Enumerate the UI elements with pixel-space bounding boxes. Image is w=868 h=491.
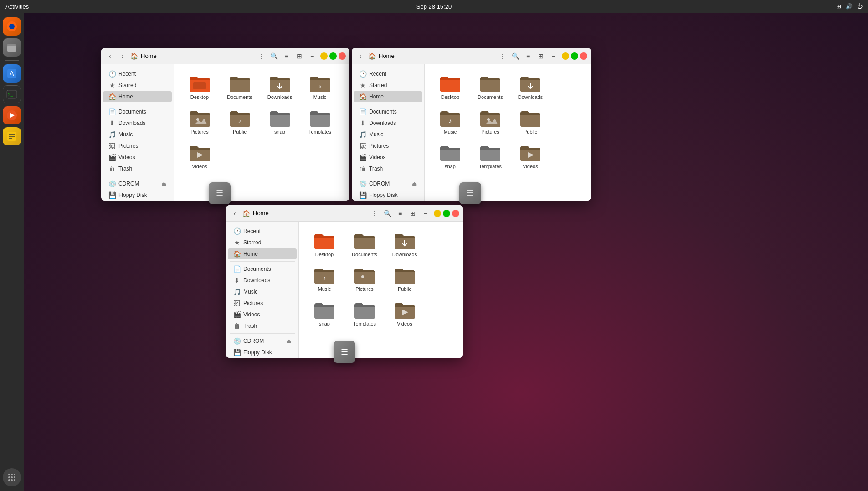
sidebar-item-cdrom-3[interactable]: 💿 CDROM ⏏ (228, 336, 297, 346)
sidebar-item-floppy-3[interactable]: 💾 Floppy Disk (228, 347, 297, 358)
back-button-1[interactable]: ‹ (105, 51, 115, 61)
folder-pictures-3[interactable]: Pictures (346, 264, 383, 295)
sidebar-item-downloads-1[interactable]: ⬇ Downloads (103, 118, 172, 129)
eject-icon-2[interactable]: ⏏ (412, 181, 417, 187)
folder-pictures-2[interactable]: Pictures (472, 106, 508, 137)
sidebar-item-trash-3[interactable]: 🗑 Trash (228, 320, 297, 331)
close-button-3[interactable] (452, 210, 459, 217)
taskbar-icon-3[interactable] (334, 341, 355, 363)
dock-item-notes[interactable] (3, 127, 21, 145)
maximize-button-2[interactable] (571, 52, 578, 60)
folder-snap-1[interactable]: snap (262, 106, 298, 137)
folder-documents-3[interactable]: Documents (346, 229, 383, 260)
sidebar-item-floppy-1[interactable]: 💾 Floppy Disk (103, 190, 172, 201)
folder-templates-1[interactable]: Templates (302, 106, 338, 137)
menu-button-3[interactable]: ⋮ (369, 208, 380, 219)
folder-public-1[interactable]: ↗ Public (221, 106, 258, 137)
view-list-button-1[interactable]: ≡ (281, 51, 292, 62)
folder-desktop-3[interactable]: Desktop (306, 229, 343, 260)
sidebar-item-pictures-1[interactable]: 🖼 Pictures (103, 140, 172, 151)
folder-templates-2[interactable]: Templates (472, 141, 508, 172)
activities-label[interactable]: Activities (5, 3, 29, 10)
dock-item-rhythmbox[interactable] (3, 106, 21, 124)
folder-music-3[interactable]: ♪ Music (306, 264, 343, 295)
sidebar-item-floppy-2[interactable]: 💾 Floppy Disk (354, 190, 422, 201)
menu-button-1[interactable]: ⋮ (256, 51, 267, 62)
dock-item-firefox[interactable] (3, 17, 21, 36)
back-button-3[interactable]: ‹ (230, 208, 240, 218)
maximize-button-1[interactable] (329, 52, 337, 60)
sidebar-item-home-1[interactable]: 🏠 Home (103, 91, 172, 102)
folder-music-2[interactable]: ♪ Music (432, 106, 468, 137)
sidebar-item-cdrom-1[interactable]: 💿 CDROM ⏏ (103, 178, 172, 189)
folder-snap-2[interactable]: snap (432, 141, 468, 172)
show-applications-button[interactable] (3, 468, 21, 486)
sidebar-item-recent-3[interactable]: 🕐 Recent (228, 226, 297, 237)
folder-downloads-3[interactable]: Downloads (386, 229, 423, 260)
sidebar-item-home-2[interactable]: 🏠 Home (354, 91, 422, 102)
sidebar-item-videos-2[interactable]: 🎬 Videos (354, 152, 422, 163)
folder-documents-1[interactable]: Documents (221, 72, 258, 103)
sidebar-item-pictures-2[interactable]: 🖼 Pictures (354, 140, 422, 151)
dock-item-files[interactable] (3, 38, 21, 57)
eject-icon-3[interactable]: ⏏ (286, 338, 291, 344)
minimize-button-1[interactable] (320, 52, 328, 60)
sidebar-item-documents-1[interactable]: 📄 Documents (103, 106, 172, 117)
folder-public-3[interactable]: Public (386, 264, 423, 295)
forward-button-1[interactable]: › (118, 51, 128, 61)
sidebar-item-videos-3[interactable]: 🎬 Videos (228, 309, 297, 320)
folder-downloads-1[interactable]: Downloads (262, 72, 298, 103)
search-button-1[interactable]: 🔍 (268, 51, 279, 62)
sidebar-item-trash-2[interactable]: 🗑 Trash (354, 163, 422, 174)
minimize-button-3[interactable] (434, 210, 441, 217)
menu-button-2[interactable]: ⋮ (497, 51, 508, 62)
zoom-out-button-3[interactable]: − (420, 208, 431, 219)
search-button-3[interactable]: 🔍 (382, 208, 393, 219)
sidebar-item-downloads-3[interactable]: ⬇ Downloads (228, 275, 297, 286)
folder-music-1[interactable]: ♪ Music (302, 72, 338, 103)
sidebar-item-pictures-3[interactable]: 🖼 Pictures (228, 298, 297, 309)
folder-templates-3[interactable]: Templates (346, 298, 383, 329)
folder-desktop-1[interactable]: Desktop (181, 72, 218, 103)
sidebar-item-cdrom-2[interactable]: 💿 CDROM ⏏ (354, 178, 422, 189)
minimize-button-2[interactable] (562, 52, 569, 60)
power-icon[interactable]: ⏻ (857, 3, 863, 10)
volume-icon[interactable]: 🔊 (846, 3, 853, 10)
close-button-1[interactable] (339, 52, 346, 60)
folder-videos-1[interactable]: Videos (181, 141, 218, 172)
sidebar-item-recent-2[interactable]: 🕐 Recent (354, 68, 422, 79)
maximize-button-3[interactable] (443, 210, 450, 217)
taskbar-icon-2[interactable] (459, 182, 481, 204)
zoom-out-button-1[interactable]: − (307, 51, 318, 62)
folder-snap-3[interactable]: snap (306, 298, 343, 329)
folder-downloads-2[interactable]: Downloads (512, 72, 549, 103)
search-button-2[interactable]: 🔍 (510, 51, 521, 62)
sidebar-item-downloads-2[interactable]: ⬇ Downloads (354, 118, 422, 129)
view-list-button-2[interactable]: ≡ (523, 51, 534, 62)
sidebar-item-documents-3[interactable]: 📄 Documents (228, 264, 297, 274)
back-button-2[interactable]: ‹ (355, 51, 365, 61)
taskbar-icon-1[interactable] (209, 182, 231, 204)
zoom-out-button-2[interactable]: − (548, 51, 559, 62)
view-toggle-button-2[interactable]: ⊞ (535, 51, 546, 62)
sidebar-item-starred-3[interactable]: ★ Starred (228, 237, 297, 248)
folder-documents-2[interactable]: Documents (472, 72, 508, 103)
sidebar-item-starred-2[interactable]: ★ Starred (354, 80, 422, 91)
view-list-button-3[interactable]: ≡ (395, 208, 406, 219)
eject-icon-1[interactable]: ⏏ (161, 181, 166, 187)
close-button-2[interactable] (580, 52, 587, 60)
sidebar-item-music-3[interactable]: 🎵 Music (228, 286, 297, 297)
folder-videos-3[interactable]: Videos (386, 298, 423, 329)
view-toggle-button-1[interactable]: ⊞ (294, 51, 305, 62)
sidebar-item-music-2[interactable]: 🎵 Music (354, 129, 422, 140)
dock-item-software[interactable]: A (3, 64, 21, 83)
sidebar-item-music-1[interactable]: 🎵 Music (103, 129, 172, 140)
folder-desktop-2[interactable]: Desktop (432, 72, 468, 103)
dock-item-terminal[interactable]: >_ (3, 85, 21, 103)
sidebar-item-documents-2[interactable]: 📄 Documents (354, 106, 422, 117)
sidebar-item-videos-1[interactable]: 🎬 Videos (103, 152, 172, 163)
sidebar-item-starred-1[interactable]: ★ Starred (103, 80, 172, 91)
sidebar-item-home-3[interactable]: 🏠 Home (228, 248, 297, 259)
folder-public-2[interactable]: Public (512, 106, 549, 137)
sidebar-item-trash-1[interactable]: 🗑 Trash (103, 163, 172, 174)
